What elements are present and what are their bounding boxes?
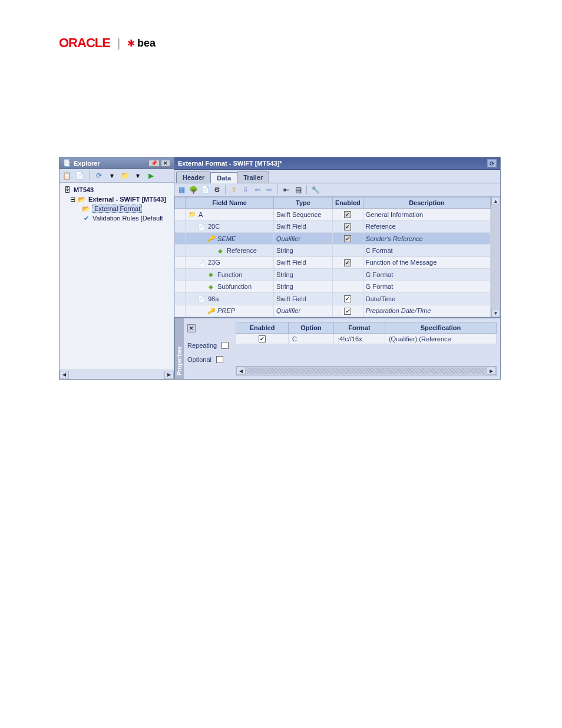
app-window: 📑 Explorer 📌 ✕ 📋 📄 ⟳ ▾ 📁 ▾ ▶: [59, 157, 501, 380]
table-row[interactable]: ◆ReferenceStringC Format: [175, 245, 491, 256]
right-arrow-icon[interactable]: ⇨: [265, 185, 274, 195]
enabled-checkbox[interactable]: ✔: [344, 308, 351, 315]
close-icon[interactable]: ✕: [187, 324, 196, 332]
tree-root[interactable]: 🗄 MT543: [62, 185, 171, 195]
main-title-text: External Format - SWIFT [MT543]*: [178, 160, 282, 167]
oracle-logo: ORACLE: [59, 35, 110, 51]
main-toolbar: ▦ 🌳 📄 ⚙ ⇧ ⇩ ⇦ ⇨ ⇤ ▤ 🔧: [174, 183, 500, 197]
col-description[interactable]: Description: [363, 197, 490, 209]
db-icon: 🗄: [63, 186, 71, 194]
scroll-left-icon[interactable]: ◀: [236, 367, 246, 375]
explorer-hscroll[interactable]: ◀ ▶: [59, 370, 174, 379]
node-icon: ◆: [207, 282, 215, 291]
table-row[interactable]: 🔑PREPQualifier✔Preparation Date/Time: [175, 305, 491, 317]
props-row[interactable]: ✔ C :4!c//16x (Qualifier) (Reference: [236, 334, 497, 344]
table-icon[interactable]: ▤: [293, 185, 303, 195]
table-row[interactable]: 📁ASwift Sequence✔General Information: [175, 209, 491, 220]
explorer-titlebar: 📑 Explorer 📌 ✕: [59, 157, 174, 169]
table-row[interactable]: 📄98aSwift Field✔Date/Time: [175, 293, 491, 305]
bea-logo: ✱ bea: [127, 37, 156, 50]
tree-icon[interactable]: 🌳: [189, 185, 198, 195]
col-format[interactable]: Format: [334, 322, 385, 334]
optional-row: Optional: [187, 356, 229, 363]
main-titlebar: External Format - SWIFT [MT543]* ⟳: [174, 157, 500, 170]
col-type[interactable]: Type: [274, 197, 333, 209]
tab-data[interactable]: Data: [210, 172, 237, 183]
enabled-checkbox[interactable]: ✔: [344, 211, 351, 218]
properties-hscroll[interactable]: ◀ ▶: [236, 366, 497, 375]
enabled-checkbox[interactable]: ✔: [259, 335, 266, 342]
chevron-down-icon[interactable]: ▾: [107, 171, 117, 180]
scroll-thumb[interactable]: [247, 368, 485, 374]
bea-text: bea: [137, 37, 156, 50]
node-icon: ◆: [216, 246, 224, 255]
down-arrow-icon[interactable]: ⇩: [241, 185, 250, 195]
expand-icon[interactable]: ⊟: [70, 196, 75, 203]
left-arrow-icon[interactable]: ⇦: [253, 185, 262, 195]
node-icon: 📄: [197, 295, 206, 303]
logo-bar: ORACLE | ✱ bea: [59, 35, 503, 51]
explorer-icon: 📑: [63, 159, 71, 167]
col-option[interactable]: Option: [288, 322, 333, 334]
node-icon: ◆: [207, 271, 215, 279]
optional-checkbox[interactable]: [216, 356, 223, 363]
node-icon: 📄: [197, 222, 206, 230]
vertical-scrollbar[interactable]: ▲ ▼: [491, 197, 500, 317]
refresh-icon[interactable]: ⟳: [94, 171, 104, 180]
paste-icon[interactable]: 📄: [75, 171, 84, 180]
logo-divider: |: [117, 37, 120, 50]
config-icon[interactable]: ⚙: [212, 185, 222, 195]
chevron-down-icon[interactable]: ▾: [133, 171, 143, 180]
scroll-up-icon[interactable]: ▲: [491, 197, 500, 205]
tab-trailer[interactable]: Trailer: [237, 172, 269, 183]
scroll-down-icon[interactable]: ▼: [491, 309, 500, 317]
explorer-panel: 📑 Explorer 📌 ✕ 📋 📄 ⟳ ▾ 📁 ▾ ▶: [59, 157, 174, 379]
node-icon: 🔑: [207, 307, 215, 315]
node-icon: 📄: [197, 258, 206, 266]
enabled-checkbox[interactable]: ✔: [344, 295, 351, 302]
col-enabled[interactable]: Enabled: [333, 197, 363, 209]
explorer-title-text: Explorer: [74, 160, 100, 167]
scroll-right-icon[interactable]: ▶: [487, 367, 496, 375]
properties-table: Enabled Option Format Specification ✔ C: [236, 322, 497, 344]
scroll-right-icon[interactable]: ▶: [164, 371, 174, 379]
explorer-tree: 🗄 MT543 ⊟ 📂 External - SWIFT [MT543] 📂 E…: [59, 183, 174, 370]
grid-icon[interactable]: ▦: [177, 185, 186, 195]
check-icon: ✔: [82, 214, 90, 222]
col-blank[interactable]: [175, 197, 186, 209]
properties-panel: Properties ✕ Repeating Optional: [174, 317, 500, 379]
properties-icon[interactable]: 🔧: [310, 185, 320, 195]
scroll-left-icon[interactable]: ◀: [59, 371, 69, 379]
enabled-checkbox[interactable]: ✔: [344, 223, 351, 230]
enabled-checkbox[interactable]: ✔: [344, 259, 351, 266]
copy-icon[interactable]: 📋: [62, 171, 71, 180]
repeating-checkbox[interactable]: [222, 342, 229, 349]
doc-icon[interactable]: 📄: [200, 185, 210, 195]
pin-icon[interactable]: 📌: [148, 160, 160, 167]
table-row[interactable]: 📄20CSwift Field✔Reference: [175, 220, 491, 232]
main-panel: External Format - SWIFT [MT543]* ⟳ Heade…: [174, 157, 500, 379]
tab-bar: Header Data Trailer: [174, 170, 500, 183]
tree-external[interactable]: ⊟ 📂 External - SWIFT [MT543]: [62, 195, 171, 204]
explorer-toolbar: 📋 📄 ⟳ ▾ 📁 ▾ ▶: [59, 169, 174, 183]
properties-tab[interactable]: Properties: [174, 318, 184, 379]
folder-icon[interactable]: 📁: [120, 171, 130, 180]
refresh-icon[interactable]: ⟳: [487, 159, 497, 167]
node-icon: 📁: [188, 210, 196, 219]
col-field-name[interactable]: Field Name: [186, 197, 274, 209]
outdent-icon[interactable]: ⇤: [282, 185, 291, 195]
table-row[interactable]: ◆SubfunctionStringG Format: [175, 281, 491, 292]
table-row[interactable]: ◆FunctionStringG Format: [175, 269, 491, 281]
table-row[interactable]: 📄23GSwift Field✔Function of the Message: [175, 256, 491, 268]
tab-header[interactable]: Header: [176, 172, 211, 183]
enabled-checkbox[interactable]: ✔: [344, 235, 351, 242]
col-specification[interactable]: Specification: [385, 322, 496, 334]
node-icon: 🔑: [207, 235, 215, 243]
run-icon[interactable]: ▶: [146, 171, 156, 180]
col-enabled[interactable]: Enabled: [236, 322, 289, 334]
close-icon[interactable]: ✕: [161, 160, 170, 167]
tree-validation[interactable]: ✔ Validation Rules [Default: [62, 213, 171, 223]
table-row[interactable]: 🔑SEMEQualifier✔Sender's Reference: [175, 232, 491, 244]
up-arrow-icon[interactable]: ⇧: [229, 185, 239, 195]
tree-external-format[interactable]: 📂 External Format: [62, 204, 171, 213]
